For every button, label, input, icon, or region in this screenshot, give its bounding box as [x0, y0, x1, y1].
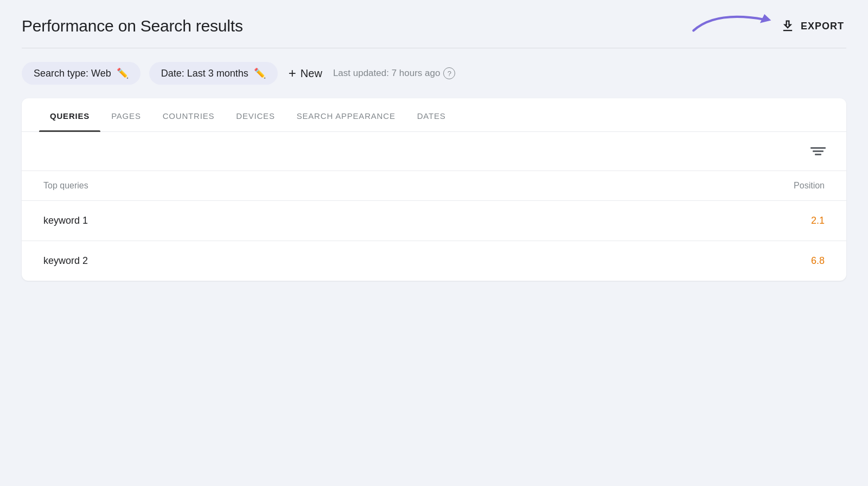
- search-type-chip[interactable]: Search type: Web ✏️: [22, 62, 141, 85]
- tab-queries[interactable]: QUERIES: [39, 98, 100, 131]
- table-row[interactable]: keyword 1 2.1: [22, 201, 846, 241]
- page-title: Performance on Search results: [22, 17, 243, 35]
- svg-marker-0: [760, 14, 771, 23]
- column-position-header: Position: [794, 181, 825, 191]
- header: Performance on Search results EXPORT: [0, 0, 868, 48]
- column-queries-header: Top queries: [43, 181, 88, 191]
- filter-bar: Search type: Web ✏️ Date: Last 3 months …: [0, 48, 868, 98]
- tab-search-appearance[interactable]: SEARCH APPEARANCE: [286, 98, 406, 131]
- tab-countries-label: COUNTRIES: [163, 111, 215, 121]
- tab-queries-label: QUERIES: [50, 111, 90, 121]
- export-label: EXPORT: [801, 21, 844, 32]
- tab-devices[interactable]: DEVICES: [225, 98, 285, 131]
- tab-countries[interactable]: COUNTRIES: [152, 98, 226, 131]
- date-label: Date: Last 3 months: [161, 68, 248, 79]
- position-cell: 6.8: [811, 255, 825, 267]
- export-area: EXPORT: [778, 15, 846, 37]
- plus-icon: +: [289, 66, 296, 81]
- tab-dates[interactable]: DATES: [406, 98, 457, 131]
- keyword-cell: keyword 2: [43, 255, 88, 267]
- new-button[interactable]: + New: [286, 61, 324, 85]
- tabs-row: QUERIES PAGES COUNTRIES DEVICES SEARCH A…: [22, 98, 846, 132]
- main-card: QUERIES PAGES COUNTRIES DEVICES SEARCH A…: [22, 98, 846, 281]
- pencil-icon-date: ✏️: [254, 67, 266, 79]
- tab-devices-label: DEVICES: [236, 111, 275, 121]
- arrow-annotation: [689, 5, 787, 38]
- new-label: New: [301, 67, 322, 80]
- info-icon[interactable]: ?: [443, 67, 455, 79]
- table-header-row: Top queries Position: [22, 171, 846, 201]
- tab-search-appearance-label: SEARCH APPEARANCE: [297, 111, 395, 121]
- tab-pages[interactable]: PAGES: [100, 98, 152, 131]
- pencil-icon-search: ✏️: [117, 67, 129, 79]
- last-updated-label: Last updated: 7 hours ago: [333, 68, 441, 79]
- keyword-cell: keyword 1: [43, 215, 88, 226]
- date-chip[interactable]: Date: Last 3 months ✏️: [149, 62, 278, 85]
- last-updated-text: Last updated: 7 hours ago ?: [333, 67, 456, 79]
- table-toolbar: [22, 132, 846, 171]
- filter-sort-button[interactable]: [807, 144, 829, 159]
- table-row[interactable]: keyword 2 6.8: [22, 241, 846, 281]
- page-wrapper: Performance on Search results EXPORT Sea…: [0, 0, 868, 486]
- search-type-label: Search type: Web: [34, 68, 111, 79]
- tab-dates-label: DATES: [417, 111, 446, 121]
- position-cell: 2.1: [811, 215, 825, 226]
- export-button[interactable]: EXPORT: [778, 15, 846, 37]
- tab-pages-label: PAGES: [111, 111, 141, 121]
- download-icon: [780, 18, 795, 34]
